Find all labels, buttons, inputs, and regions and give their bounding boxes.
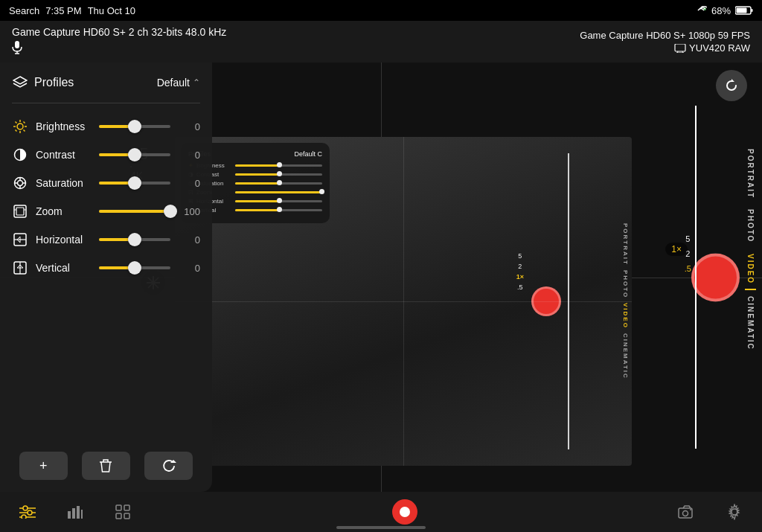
contrast-row: Contrast 0 [12, 147, 200, 163]
nested-vertical-fill [235, 209, 279, 211]
chevron-down-icon: ⌃ [193, 77, 200, 88]
nested-contrast-slider [235, 173, 322, 176]
status-time: 7:35 PM [45, 5, 81, 16]
status-right: 68% [695, 5, 753, 16]
wifi-percent: 68% [711, 5, 731, 16]
tab-grid[interactable] [110, 499, 135, 525]
nested-contrast-thumb [277, 171, 282, 176]
horizontal-label: Horizontal [36, 234, 92, 246]
contrast-label: Contrast [36, 149, 92, 161]
svg-rect-54 [72, 508, 75, 519]
horizontal-slider-thumb[interactable] [128, 233, 141, 246]
tab-chart[interactable] [63, 499, 88, 525]
horizontal-value: 0 [178, 234, 200, 246]
tab-settings[interactable] [722, 499, 747, 525]
nested-video-mode: VIDEO [622, 303, 629, 329]
brightness-slider-thumb[interactable] [128, 120, 141, 133]
svg-rect-56 [81, 510, 83, 519]
svg-rect-53 [68, 511, 71, 519]
nested-crosshair-h [175, 301, 632, 302]
add-profile-button[interactable]: + [19, 452, 68, 480]
mic-icon [12, 41, 226, 57]
battery-icon [735, 6, 753, 15]
nested-horizontal-slider [235, 200, 322, 202]
svg-point-16 [17, 124, 23, 129]
profiles-value: Default [157, 77, 190, 89]
nested-saturation-fill [235, 182, 279, 185]
vertical-row: Vertical 0 [12, 260, 200, 276]
svg-rect-60 [124, 513, 129, 519]
profiles-row[interactable]: Profiles Default ⌃ [12, 74, 200, 103]
portrait-mode-label[interactable]: PORTRAIT [745, 144, 756, 203]
photo-mode-label[interactable]: PHOTO [745, 205, 756, 247]
zoom-label: Zoom [36, 205, 92, 217]
profiles-left: Profiles [12, 74, 74, 91]
video-record-button[interactable] [691, 253, 740, 301]
vertical-value: 0 [178, 263, 200, 274]
saturation-slider-thumb[interactable] [128, 176, 141, 190]
tab-record-button[interactable] [392, 499, 417, 525]
vertical-label: Vertical [36, 262, 92, 274]
contrast-icon [12, 147, 28, 163]
svg-line-22 [24, 130, 25, 132]
horizontal-slider-track[interactable] [99, 238, 170, 241]
vertical-slider-track[interactable] [99, 266, 170, 269]
current-zoom-value: 1× [671, 244, 682, 254]
cinematic-mode-label[interactable]: CINEMATIC [745, 292, 756, 355]
nested-zoom-2: 2 [518, 263, 522, 270]
saturation-icon [12, 175, 28, 191]
nested-zoom-fill [235, 191, 322, 193]
reset-profile-button[interactable] [144, 452, 193, 480]
svg-rect-4 [15, 41, 19, 48]
svg-line-40 [17, 240, 20, 243]
tab-sliders[interactable] [15, 499, 40, 525]
nested-brightness-fill [235, 164, 279, 167]
svg-rect-57 [116, 505, 121, 510]
contrast-value: 0 [178, 150, 200, 161]
zoom-icon [12, 203, 28, 219]
contrast-slider-thumb[interactable] [128, 148, 141, 161]
yuv-text: YUV420 RAW [689, 42, 750, 54]
saturation-slider-track[interactable] [99, 182, 170, 185]
brightness-slider-track[interactable] [99, 125, 170, 128]
status-bar: Search 7:35 PM Thu Oct 10 68% [0, 0, 762, 21]
saturation-row: Saturation 0 [12, 175, 200, 191]
svg-point-63 [690, 509, 691, 510]
saturation-value: 0 [178, 178, 200, 189]
refresh-rotate-button[interactable] [716, 70, 747, 101]
brightness-value: 0 [178, 121, 200, 132]
tab-camera[interactable] [674, 499, 699, 525]
profiles-layers-icon [12, 74, 28, 91]
tablet-screen: Profiles Default C ✦ Brightness ◑ Contra… [175, 137, 632, 466]
svg-rect-3 [737, 8, 747, 13]
video-mode-label[interactable]: VIDEO [745, 249, 756, 290]
nested-zoom-half: .5 [517, 283, 523, 291]
svg-line-23 [24, 122, 25, 124]
profiles-right: Default ⌃ [157, 77, 200, 89]
nested-zoom-1x: 1× [516, 273, 524, 281]
nested-vertical-slider [235, 209, 322, 211]
svg-point-50 [28, 510, 32, 515]
delete-profile-button[interactable] [82, 452, 130, 480]
brightness-icon [12, 118, 28, 135]
vertical-slider-thumb[interactable] [128, 261, 141, 275]
nested-zoom-5: 5 [518, 252, 522, 260]
nested-vertical-thumb [277, 207, 282, 212]
zoom-5: 5 [685, 234, 690, 243]
nested-portrait-mode: PORTRAIT [622, 223, 629, 266]
zoom-slider-thumb[interactable] [164, 205, 177, 218]
search-label[interactable]: Search [9, 5, 39, 16]
svg-line-21 [16, 122, 17, 124]
svg-rect-55 [77, 506, 80, 519]
monitor-icon [674, 44, 686, 53]
svg-marker-15 [731, 79, 734, 82]
nested-zoom-thumb [319, 189, 324, 194]
contrast-slider-track[interactable] [99, 153, 170, 156]
zoom-slider-track[interactable] [99, 210, 170, 213]
brightness-label: Brightness [36, 121, 92, 132]
current-zoom-badge: 1× [665, 243, 688, 256]
svg-point-48 [23, 506, 28, 510]
nested-horizontal-thumb [277, 198, 282, 203]
nested-horizontal-fill [235, 200, 279, 202]
svg-line-24 [16, 130, 17, 132]
